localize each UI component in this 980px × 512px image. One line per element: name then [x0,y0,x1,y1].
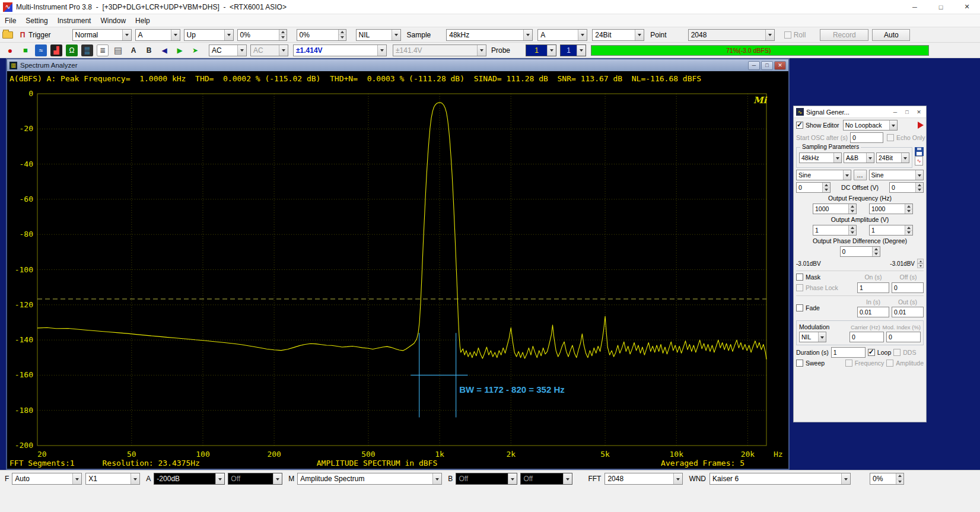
fade-in-input[interactable]: 0.01 [857,307,889,317]
window-function-select[interactable]: Kaiser 6 [709,473,851,485]
spin-down-icon[interactable] [916,188,923,193]
spectrogram-icon[interactable]: ▒ [81,44,93,56]
duration-input[interactable]: 1 [831,347,866,358]
dc-offset-b-stepper[interactable]: 0 [889,182,924,193]
menu-help[interactable]: Help [131,17,155,25]
open-file-icon[interactable] [2,31,13,39]
phase-lock-checkbox[interactable] [796,284,803,291]
chevron-down-icon[interactable] [818,332,826,342]
roll-checkbox[interactable] [784,31,791,39]
record-button[interactable]: Record [820,29,868,41]
chevron-down-icon[interactable] [377,45,386,56]
sampling-bits-select[interactable]: 24Bit [592,29,644,41]
frequency-a-stepper[interactable]: 1000 [813,203,857,214]
chevron-down-icon[interactable] [578,30,587,40]
chevron-down-icon[interactable] [866,153,874,163]
spin-up-icon[interactable] [916,183,923,188]
trigger-level-stepper[interactable]: 0% [237,29,287,41]
signal-generator-titlebar[interactable]: ∿ Signal Gener... ─ □ ✕ [794,106,926,118]
chevron-down-icon[interactable] [237,45,246,56]
spin-down-icon[interactable] [896,479,903,485]
chevron-down-icon[interactable] [523,30,532,40]
spin-up-icon[interactable] [905,204,912,209]
label-b-icon[interactable]: B [143,44,155,56]
siggen-close-icon[interactable]: ✕ [913,107,925,117]
siggen-maximize-icon[interactable]: □ [901,107,913,117]
trigger-mode-select[interactable]: Normal [72,29,132,41]
chevron-down-icon[interactable] [131,473,139,484]
fade-checkbox[interactable] [796,304,803,311]
b-range-select[interactable]: Off [456,473,517,485]
spinner[interactable] [848,204,856,214]
zoom-select[interactable]: X1 [85,473,140,485]
chevron-down-icon[interactable] [279,45,288,56]
spin-up-icon[interactable] [905,225,912,231]
fft-size-select[interactable]: 2048 [604,473,683,485]
chevron-down-icon[interactable] [224,30,233,40]
maximize-icon[interactable]: □ [928,0,954,14]
chevron-down-icon[interactable] [673,473,682,484]
chevron-down-icon[interactable] [563,473,572,484]
spinner[interactable] [905,225,912,235]
spinner[interactable] [848,225,856,235]
chevron-down-icon[interactable] [432,473,441,484]
chevron-down-icon[interactable] [889,120,897,130]
start-osc-input[interactable]: 0 [850,132,883,143]
spinner[interactable] [822,183,830,192]
spectrum-maximize-icon[interactable]: □ [761,61,773,70]
spinner[interactable] [896,473,903,484]
spectrum-window-titlebar[interactable]: ▥ Spectrum Analyzer ─ □ ✕ [7,59,788,71]
gen-bits-select[interactable]: 24Bit [876,152,909,163]
range-b-select[interactable]: ±141.4V [393,44,486,56]
waveform-a-select[interactable]: Sine [796,170,851,180]
spin-down-icon[interactable] [823,188,830,193]
spectrum-analyzer-icon[interactable]: ▟ [50,44,62,56]
trigger-hpf-select[interactable]: NIL [356,29,401,41]
chevron-down-icon[interactable] [915,170,923,180]
spin-down-icon[interactable] [339,35,346,40]
sweep-frequency-checkbox[interactable] [845,360,852,367]
run-icon[interactable]: ➤ [189,44,201,56]
menu-setting[interactable]: Setting [21,17,52,25]
menu-file[interactable]: File [0,17,21,25]
minimize-icon[interactable]: ─ [902,0,928,14]
range-a-select[interactable]: ±1.414V [293,44,387,56]
more-waveform-button[interactable]: ... [854,170,867,180]
spin-down-icon[interactable] [279,35,287,40]
fade-out-input[interactable]: 0.01 [892,307,924,317]
spin-down-icon[interactable] [905,209,912,214]
frequency-axis-select[interactable]: Auto [12,473,82,485]
probe-a-select[interactable]: 1 [526,44,556,56]
b-option-select[interactable]: Off [520,473,572,485]
sampling-channel-select[interactable]: A [537,29,587,41]
gen-sampling-rate-select[interactable]: 48kHz [799,152,842,163]
frequency-b-stepper[interactable]: 1000 [869,203,913,214]
record-points-select[interactable]: 2048 [688,29,775,41]
chevron-down-icon[interactable] [635,30,644,40]
record-icon[interactable]: ● [4,44,16,56]
mask-checkbox[interactable] [796,274,803,281]
menu-instrument[interactable]: Instrument [53,17,96,25]
chevron-down-icon[interactable] [392,30,400,40]
coupling-a-select[interactable]: AC [209,44,247,56]
spectrum-close-icon[interactable]: ✕ [774,61,786,70]
spinner[interactable] [279,30,287,40]
dds-checkbox[interactable] [893,349,901,356]
chevron-down-icon[interactable] [547,45,556,56]
trigger-delay-stepper[interactable]: 0% [297,29,346,41]
chevron-down-icon[interactable] [843,170,851,180]
chevron-down-icon[interactable] [215,473,224,484]
carrier-input[interactable]: 0 [849,332,884,342]
spin-down-icon[interactable] [873,252,880,257]
stop-icon[interactable]: ■ [20,44,31,56]
close-icon[interactable]: ✕ [954,0,980,14]
echo-only-checkbox[interactable] [887,134,894,141]
dbv-spinner[interactable] [917,259,924,268]
multimeter-icon[interactable]: Ω [66,44,78,56]
spin-down-icon[interactable] [917,263,924,268]
spin-up-icon[interactable] [917,259,924,263]
loopback-select[interactable]: No Loopback [843,120,898,131]
chevron-down-icon[interactable] [477,45,486,56]
loop-checkbox[interactable] [868,349,875,356]
data-logger-icon[interactable]: ≣ [97,44,109,56]
